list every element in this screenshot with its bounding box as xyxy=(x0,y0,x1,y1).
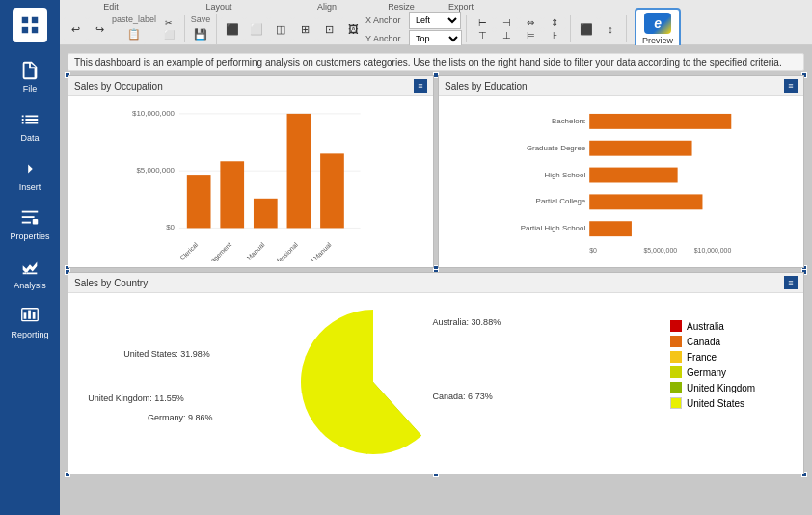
germany-swatch xyxy=(670,366,682,378)
svg-rect-2 xyxy=(22,27,28,33)
svg-rect-3 xyxy=(32,27,38,33)
align-bottom-btn[interactable]: ⊥ xyxy=(495,30,518,41)
svg-rect-36 xyxy=(589,194,702,209)
pie-chart-wrap: Australia: 30.88% Canada: 6.73% France: … xyxy=(76,301,670,463)
france-swatch xyxy=(670,351,682,363)
pie-content: Australia: 30.88% Canada: 6.73% France: … xyxy=(68,293,803,471)
svg-rect-35 xyxy=(589,168,677,183)
svg-rect-7 xyxy=(33,219,39,225)
sidebar-item-file[interactable]: File xyxy=(0,52,60,101)
svg-rect-11 xyxy=(33,312,36,318)
x-anchor-select[interactable]: LeftCenterRight xyxy=(409,12,461,29)
occupation-svg: $10,000,000 $5,000,000 $0 xyxy=(72,104,429,261)
y-anchor-label: Y Anchor xyxy=(365,34,406,43)
legend-australia: Australia xyxy=(670,320,796,332)
occupation-panel-icon[interactable]: ≡ xyxy=(414,79,427,93)
info-bar: This dashboard is an example of performi… xyxy=(68,53,804,71)
sidebar-file-label: File xyxy=(23,84,38,94)
layout-btn4[interactable]: ⊞ xyxy=(293,17,316,41)
svg-text:Partial College: Partial College xyxy=(536,197,586,205)
svg-rect-19 xyxy=(220,161,244,228)
layout-section-label: Layout xyxy=(156,2,282,14)
layout-btn3[interactable]: ◫ xyxy=(269,17,292,41)
svg-text:Skilled Manual: Skilled Manual xyxy=(297,241,333,261)
redo-button[interactable]: ↪ xyxy=(88,17,111,41)
svg-rect-37 xyxy=(589,221,632,236)
anchor-controls: X Anchor LeftCenterRight Y Anchor TopMid… xyxy=(365,12,462,47)
occupation-title: Sales by Occupation xyxy=(74,81,163,92)
sidebar-item-analysis[interactable]: Analysis xyxy=(0,249,60,298)
top-charts-row: Sales by Occupation ≡ $10,000,000 $5,000… xyxy=(68,75,804,268)
country-title: Sales by Country xyxy=(74,278,148,288)
svg-text:Graduate Degree: Graduate Degree xyxy=(527,144,586,152)
uk-swatch xyxy=(670,382,682,393)
preview-button[interactable]: e Preview xyxy=(635,8,681,50)
y-anchor-select[interactable]: TopMiddleBottom xyxy=(409,30,462,47)
svg-rect-6 xyxy=(22,222,31,224)
education-panel-icon[interactable]: ≡ xyxy=(784,79,798,93)
main-area: Edit Layout Align Resize Export ↩ ↪ past… xyxy=(60,0,812,515)
sidebar-item-insert[interactable]: Insert xyxy=(0,150,60,200)
layout-btn5[interactable]: ⊡ xyxy=(317,17,340,41)
sidebar-insert-label: Insert xyxy=(19,182,41,192)
svg-text:$5,000,000: $5,000,000 xyxy=(643,247,677,254)
layout-btn2[interactable]: ⬜ xyxy=(245,17,268,41)
education-chart: Bachelors Graduate Degree High School Pa… xyxy=(439,96,803,265)
save-button[interactable]: 💾 xyxy=(189,25,212,44)
center-h-btn[interactable]: ⇔ xyxy=(519,17,542,29)
sidebar-item-data[interactable]: Data xyxy=(0,101,60,150)
svg-rect-33 xyxy=(589,114,731,129)
sidebar-item-reporting[interactable]: Reporting xyxy=(0,298,60,347)
layout-btn1[interactable]: ⬛ xyxy=(221,17,244,41)
svg-text:$5,000,000: $5,000,000 xyxy=(136,166,175,175)
resize-btn1[interactable]: ⬛ xyxy=(575,17,598,41)
x-anchor-label: X Anchor xyxy=(365,15,406,25)
svg-rect-22 xyxy=(320,153,344,228)
save-label: Save xyxy=(191,14,211,24)
align-group: ⊢ ⊣ ⊤ ⊥ ⇔ ⇕ ⊨ ⊦ xyxy=(471,15,571,42)
resize-btn2[interactable]: ↕ xyxy=(599,17,622,41)
distribute-v-btn[interactable]: ⊦ xyxy=(543,30,566,41)
svg-text:Professional: Professional xyxy=(268,241,299,261)
svg-text:High School: High School xyxy=(544,171,585,179)
paste-button[interactable]: 📋 xyxy=(122,25,146,44)
svg-text:$0: $0 xyxy=(166,223,175,231)
align-right-btn[interactable]: ⊣ xyxy=(495,17,518,29)
copy-button[interactable]: ⬜ xyxy=(157,30,180,41)
svg-rect-21 xyxy=(287,114,311,229)
country-panel-icon[interactable]: ≡ xyxy=(784,276,798,289)
svg-text:Manual: Manual xyxy=(246,241,266,261)
germany-legend-label: Germany xyxy=(687,367,726,378)
toolbar: Edit Layout Align Resize Export ↩ ↪ past… xyxy=(60,0,812,45)
bottom-chart-wrap: Sales by Country ≡ Australia: 30.88% Can… xyxy=(68,272,804,474)
layout-btn6[interactable]: 🖼 xyxy=(341,17,365,41)
svg-text:Clerical: Clerical xyxy=(178,241,200,261)
svg-rect-10 xyxy=(28,311,31,319)
canada-legend-label: Canada xyxy=(687,337,720,347)
pie-svg xyxy=(301,310,446,454)
cut-button[interactable]: ✂ xyxy=(157,18,180,29)
education-title: Sales by Education xyxy=(445,81,528,92)
sidebar-item-properties[interactable]: Properties xyxy=(0,200,60,249)
svg-text:$10,000,000: $10,000,000 xyxy=(694,247,732,254)
align-left-btn[interactable]: ⊢ xyxy=(471,17,494,29)
svg-rect-34 xyxy=(589,141,691,156)
sidebar-data-label: Data xyxy=(20,133,39,143)
canvas-area: This dashboard is an example of performi… xyxy=(60,45,812,515)
pie-legend: Australia Canada France Germany xyxy=(670,301,796,463)
svg-rect-4 xyxy=(22,211,39,213)
svg-rect-18 xyxy=(187,175,211,228)
edit-group: ↩ ↪ paste_label 📋 ✂ ⬜ xyxy=(64,15,185,42)
align-top-btn[interactable]: ⊤ xyxy=(471,30,494,41)
layout-group: ⬛ ⬜ ◫ ⊞ ⊡ 🖼 X Anchor LeftCenterRight Y A… xyxy=(221,15,467,42)
sidebar-analysis-label: Analysis xyxy=(14,281,46,290)
svg-rect-0 xyxy=(22,17,28,23)
legend-canada: Canada xyxy=(670,336,796,347)
center-v-btn[interactable]: ⇕ xyxy=(543,17,566,29)
sidebar: File Data Insert Properties Analysis Rep… xyxy=(0,0,60,515)
export-group: e Preview xyxy=(631,8,681,50)
distribute-h-btn[interactable]: ⊨ xyxy=(519,30,542,41)
svg-text:Partial High School: Partial High School xyxy=(521,224,586,232)
legend-germany: Germany xyxy=(670,366,796,378)
undo-button[interactable]: ↩ xyxy=(64,17,87,41)
